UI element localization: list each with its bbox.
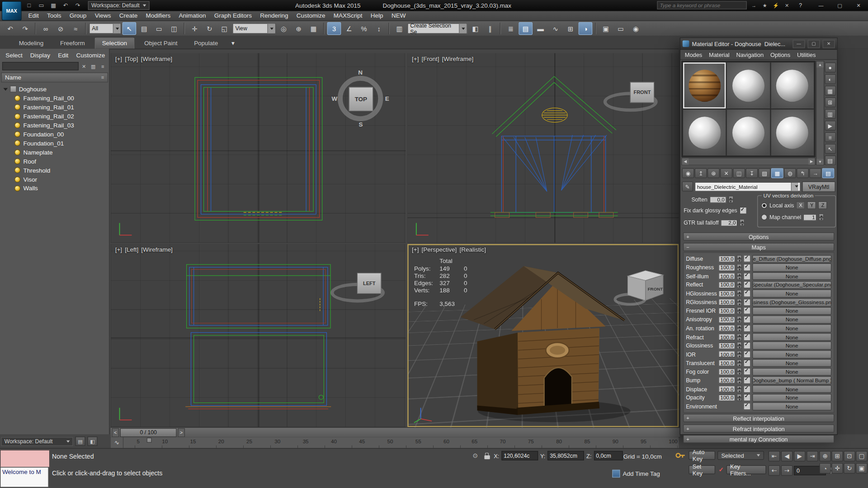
ribbon-tab[interactable]: Populate [187, 38, 225, 48]
axis-x-button[interactable]: X [796, 202, 805, 209]
set-key-mode-icon[interactable] [675, 452, 685, 459]
map-amount-field[interactable]: 100,0 [718, 282, 735, 288]
map-amount-field[interactable]: 100,0 [718, 316, 735, 323]
workspace-footer-selector[interactable]: Workspace: Default [1, 437, 73, 446]
rectangular-selection-region-icon[interactable]: ▭ [152, 22, 166, 35]
rendered-frame-icon[interactable]: ▭ [614, 22, 628, 35]
map-amount-spinner[interactable] [737, 342, 742, 349]
viewport-menu-shading[interactable]: [Wireframe] [442, 55, 474, 62]
exchange-close-icon[interactable]: ✕ [782, 1, 792, 9]
map-amount-spinner[interactable] [737, 316, 742, 323]
zoom-icon[interactable]: ⊕ [819, 451, 831, 461]
compass-west[interactable]: W [331, 95, 337, 102]
slots-vertical-scrollbar[interactable]: ▲ ▼ [816, 61, 824, 165]
minimize-button[interactable]: — [811, 0, 830, 10]
rollout-reflect-interpolation[interactable]: +Reflect interpolation [683, 414, 834, 422]
angle-snap-icon[interactable]: ∠ [342, 22, 356, 35]
background-icon[interactable]: ▦ [825, 86, 835, 96]
map-amount-spinner[interactable] [737, 307, 742, 314]
soften-spinner[interactable] [728, 196, 733, 203]
orbit-icon[interactable]: ↻ [844, 463, 855, 474]
ribbon-state-toggle-icon[interactable]: ▾ [228, 39, 238, 48]
previous-frame-icon[interactable]: ◀ [781, 451, 793, 461]
new-key-icon[interactable]: ✓ [718, 466, 723, 474]
object-visibility-bulb-icon[interactable] [14, 185, 20, 191]
map-enable-checkbox[interactable] [743, 394, 750, 401]
gtr-spinner[interactable] [740, 219, 745, 226]
map-enable-checkbox[interactable] [743, 272, 750, 280]
undo-quick-icon[interactable]: ↶ [60, 1, 71, 9]
material-editor-options-icon[interactable]: ≡ [825, 132, 835, 142]
scene-item[interactable]: Fastening_Rail_02 [0, 112, 109, 121]
viewport-menu-shading[interactable]: [Wireframe] [141, 246, 173, 253]
video-color-check-icon[interactable]: ▥ [825, 109, 835, 119]
pick-material-eyedropper-icon[interactable]: ✎ [682, 182, 693, 192]
render-production-icon[interactable]: ◉ [629, 22, 643, 35]
explorer-layers-icon[interactable]: ▤ [75, 436, 85, 446]
map-amount-field[interactable]: 100,0 [718, 273, 735, 280]
map-amount-field[interactable]: 100,0 [718, 308, 735, 314]
menu-item[interactable]: NEW [387, 12, 410, 19]
menu-item[interactable]: Help [367, 12, 387, 19]
sample-type-icon[interactable]: ● [825, 62, 835, 72]
scene-item[interactable]: Visor [0, 175, 109, 184]
map-channel-field[interactable]: 1 [803, 214, 816, 221]
material-editor-menu-item[interactable]: Material [706, 51, 732, 58]
map-enable-checkbox[interactable] [743, 351, 750, 358]
rollout-maps[interactable]: −Maps [683, 243, 834, 251]
map-channel-spinner[interactable] [819, 214, 824, 221]
previous-key-icon[interactable]: ⇠ [769, 465, 780, 476]
scene-item-root[interactable]: Doghouse [0, 84, 109, 94]
show-material-in-viewport-icon[interactable]: ▦ [771, 168, 783, 178]
map-amount-field[interactable]: 100,0 [718, 256, 735, 263]
column-chooser-icon[interactable]: ▥ [89, 62, 97, 70]
compass-east[interactable]: E [385, 95, 389, 102]
menu-item[interactable]: Modifiers [142, 12, 175, 19]
rollout-mental-ray-connection[interactable]: +mental ray Connection [683, 435, 834, 443]
viewport-menu-name[interactable]: [Perspective] [422, 246, 457, 253]
viewport-menu-name[interactable]: [Left] [125, 246, 138, 253]
curve-editor-icon[interactable]: ∿ [548, 22, 562, 35]
viewport-menu-plus[interactable]: [+] [115, 55, 122, 62]
viewport-menu-shading[interactable]: [Realistic] [459, 246, 486, 253]
menu-item[interactable]: Animation [175, 12, 210, 19]
select-by-name-icon[interactable]: ▤ [137, 22, 151, 35]
go-to-end-icon[interactable]: ⇥ [807, 451, 818, 461]
viewport-menu-name[interactable]: [Front] [422, 55, 439, 62]
viewcube[interactable]: LEFT [330, 266, 392, 305]
map-amount-spinner[interactable] [737, 359, 742, 366]
ribbon-tab[interactable]: Object Paint [137, 38, 184, 48]
map-amount-spinner[interactable] [737, 325, 742, 332]
explorer-search-field[interactable] [2, 62, 79, 70]
object-visibility-bulb-icon[interactable] [14, 122, 20, 128]
manage-layers-icon[interactable]: ≣ [504, 22, 518, 35]
map-enable-checkbox[interactable] [743, 342, 750, 349]
named-selection-sets-dropdown[interactable]: Create Selection Se [407, 23, 467, 33]
soften-field[interactable]: 0,0 [710, 196, 726, 203]
select-and-move-icon[interactable]: ✛ [188, 22, 202, 35]
gtr-tail-falloff-field[interactable]: 2,0 [721, 220, 737, 226]
map-enable-checkbox[interactable] [743, 333, 750, 341]
ribbon-tab[interactable]: Selection [95, 38, 134, 48]
map-channel-radio[interactable] [761, 214, 767, 220]
keyboard-override-icon[interactable]: ▦ [307, 22, 321, 35]
map-amount-field[interactable]: 100,0 [718, 394, 735, 401]
map-slot-button[interactable]: se_Diffuse (Doghouse_Diffuse.png) [752, 255, 831, 263]
explorer-menu-item[interactable]: Customize [73, 51, 108, 60]
map-slot-button[interactable]: None [752, 290, 831, 298]
backlight-icon[interactable]: ◐ [825, 74, 835, 84]
scene-item[interactable]: Threshold [0, 166, 109, 175]
map-amount-field[interactable]: 100,0 [718, 343, 735, 349]
viewport-menu-plus[interactable]: [+] [412, 55, 419, 62]
next-key-icon[interactable]: ⇢ [781, 465, 793, 476]
map-enable-checkbox[interactable] [743, 325, 750, 332]
menu-item[interactable]: Graph Editors [210, 12, 255, 19]
map-amount-spinner[interactable] [737, 377, 742, 384]
map-amount-field[interactable]: 100,0 [718, 351, 735, 358]
previous-frame-arrow[interactable]: < [112, 428, 119, 437]
time-slider[interactable]: < 0 / 100 > [111, 427, 680, 437]
material-map-navigator-icon[interactable]: ▤ [825, 155, 835, 165]
explorer-settings-icon[interactable]: ≡ [99, 62, 107, 70]
compass-south[interactable]: S [359, 121, 363, 128]
menu-item[interactable]: Edit [24, 12, 42, 19]
